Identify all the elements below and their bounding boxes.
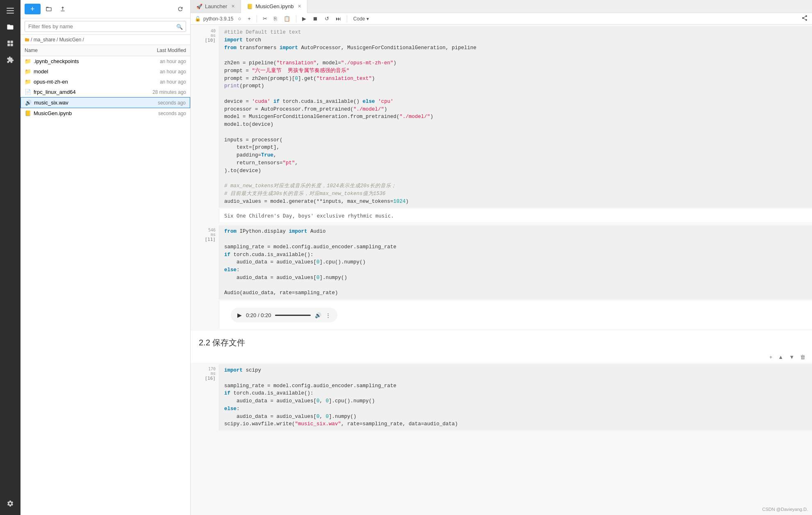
cell-16: 170ms [16] import scipy sampling_rate = … [191,364,812,431]
svg-rect-0 [7,8,14,9]
toolbar-separator [257,15,257,23]
file-list-header: Name Last Modified [20,45,190,56]
cell-10-body[interactable]: #title Default title text import torch f… [219,26,812,208]
audio-time: 0:20 / 0:20 [246,312,271,318]
python-version: python-3.9.15 [203,16,233,22]
list-item[interactable]: 📒 MusicGen.ipynb seconds ago [20,108,190,118]
cell-11-body[interactable]: from IPython.display import Audio sampli… [219,225,812,299]
sidebar-icon-folder[interactable] [3,20,18,34]
cell-10-output-text: Six One Children's Day, boys' exclusive … [224,213,394,219]
svg-rect-3 [7,41,10,43]
toolbar-separator-3 [347,15,347,23]
svg-rect-1 [7,10,14,11]
restart-btn[interactable]: ↺ [323,15,331,23]
cell-10-code: #title Default title text import torch f… [224,29,807,205]
refresh-button[interactable] [175,3,186,15]
list-item[interactable]: 📁 model an hour ago [20,66,190,77]
file-name: model [34,68,48,75]
cell-16-gutter: 170ms [16] [191,364,219,431]
file-panel: + 🔍 / ma_share / MusicGen / Name Last Mo… [20,0,191,515]
cell-number: [16] [192,376,216,381]
move-down-btn[interactable]: ▼ [787,353,796,361]
cell-16-add-bar: + ▲ ▼ 🗑 [191,352,812,363]
file-name: MusicGen.ipynb [34,110,72,116]
column-modified-header[interactable]: Last Modified [157,48,186,53]
folder-icon: 📁 [25,58,31,64]
notebook-content: 40ms [10] #title Default title text impo… [191,25,812,515]
share-btn[interactable] [801,15,808,23]
cut-btn[interactable]: ✂ [261,15,269,23]
cell-11-output-gutter [191,301,219,329]
list-item[interactable]: 📁 .ipynb_checkpoints an hour ago [20,56,190,66]
copy-btn[interactable]: ⎘ [272,15,279,23]
file-timestamp: 28 minutes ago [152,89,186,95]
tab-musicgen-label: MusicGen.ipynb [255,3,293,9]
tab-musicgen[interactable]: 📒 MusicGen.ipynb ✕ [241,0,307,13]
cell-number: [11] [192,237,216,242]
cell-11-code: from IPython.display import Audio sampli… [224,228,807,297]
breadcrumb: / ma_share / MusicGen / [20,35,190,45]
cell-11: 546ms [11] from IPython.display import A… [191,225,812,299]
volume-button[interactable]: 🔊 [315,312,321,318]
more-options-button[interactable]: ⋮ [325,312,331,318]
cell-10-output: Six One Children's Day, boys' exclusive … [191,209,812,222]
tab-musicgen-close[interactable]: ✕ [298,4,301,9]
sidebar-icons [0,0,20,515]
search-container: 🔍 [20,18,190,35]
svg-rect-4 [11,41,13,43]
kernel-status-btn[interactable]: ○ [236,15,243,23]
kernel-info: python-3.9.15 [203,16,233,22]
sidebar-icon-extension[interactable] [3,52,18,67]
search-icon: 🔍 [176,23,183,29]
section-title-text: 保存文件 [212,338,245,347]
add-cell-above-btn[interactable]: + [768,353,774,361]
cell-10-gutter: 40ms [10] [191,26,219,208]
run-btn[interactable]: ▶ [300,15,308,23]
column-name-header[interactable]: Name [25,48,38,53]
file-name: frpc_linux_amd64 [34,89,76,95]
sidebar-icon-running[interactable] [3,36,18,51]
list-item[interactable]: 📁 opus-mt-zh-en an hour ago [20,77,190,87]
paste-btn[interactable]: 📋 [282,15,292,23]
file-timestamp: an hour ago [160,79,186,85]
stop-btn[interactable]: ⏹ [311,15,320,23]
cell-16-body[interactable]: import scipy sampling_rate = model.confi… [219,364,812,431]
add-cell-btn[interactable]: + [246,15,253,23]
cell-11-output: ▶ 0:20 / 0:20 🔊 ⋮ [191,301,812,329]
cell-11-output-body: ▶ 0:20 / 0:20 🔊 ⋮ [219,301,812,329]
file-timestamp: seconds ago [158,100,186,106]
new-file-button[interactable]: + [25,4,41,14]
trusted-icon: 🔓 [195,16,201,22]
file-timestamp: an hour ago [160,59,186,64]
file-icon: 📄 [25,89,31,95]
cell-timing: 170ms [192,367,216,376]
code-mode-selector[interactable]: Code ▾ [351,15,371,23]
play-button[interactable]: ▶ [237,312,242,318]
notebook-icon: 📒 [25,110,31,116]
search-input[interactable] [25,21,186,32]
tab-launcher[interactable]: 🚀 Launcher ✕ [191,0,241,13]
move-up-btn[interactable]: ▲ [776,353,785,361]
watermark: CSDN @Davieyang.D. [762,507,808,512]
sidebar-icon-menu[interactable] [3,3,18,18]
upload-button[interactable] [57,3,68,15]
delete-cell-btn[interactable]: 🗑 [798,353,807,361]
notebook-tab-icon: 📒 [247,4,253,9]
list-item-selected[interactable]: 🔊 music_six.wav seconds ago [20,97,190,108]
main-content: 🚀 Launcher ✕ 📒 MusicGen.ipynb ✕ 🔓 python… [191,0,812,515]
tab-launcher-close[interactable]: ✕ [231,4,235,9]
restart-run-btn[interactable]: ⏭ [334,15,343,23]
file-name: opus-mt-zh-en [34,79,68,85]
file-panel-toolbar: + [20,0,190,18]
sidebar-icon-settings[interactable] [3,496,18,511]
open-folder-button[interactable] [43,3,55,15]
notebook-toolbar: 🔓 python-3.9.15 ○ + ✂ ⎘ 📋 ▶ ⏹ ↺ ⏭ Code ▾ [191,13,812,25]
list-item[interactable]: 📄 frpc_linux_amd64 28 minutes ago [20,87,190,97]
folder-icon: 📁 [25,79,31,85]
svg-rect-5 [7,44,10,46]
file-timestamp: seconds ago [158,111,186,116]
file-name: .ipynb_checkpoints [34,58,79,64]
file-timestamp: an hour ago [160,69,186,75]
audio-progress-bar[interactable] [275,315,311,316]
section-number: 2.2 [199,338,210,347]
